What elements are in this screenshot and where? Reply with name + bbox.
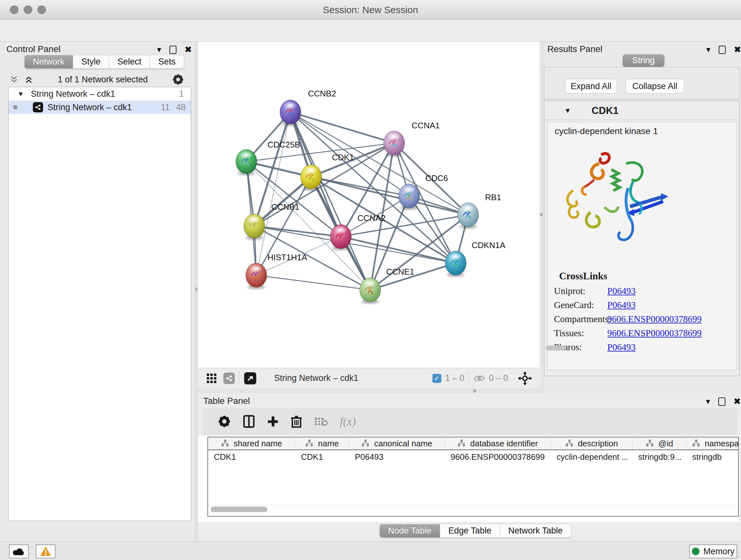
tab-network-table[interactable]: Network Table bbox=[500, 524, 571, 538]
protein-header-row[interactable]: ▼ CDK1 bbox=[544, 102, 739, 120]
network-node-ccnb2[interactable]: CCNB2 bbox=[280, 89, 336, 126]
column-tree-icon bbox=[361, 439, 369, 448]
tab-string[interactable]: String bbox=[623, 54, 664, 67]
table-options-gear-icon[interactable] bbox=[218, 415, 231, 428]
tab-edge-table[interactable]: Edge Table bbox=[440, 524, 500, 538]
network-edge[interactable] bbox=[256, 275, 370, 290]
table-toolbar: f(x) bbox=[203, 408, 738, 435]
results-hscrollbar[interactable] bbox=[546, 346, 565, 351]
network-edge[interactable] bbox=[341, 237, 456, 263]
table-cell[interactable]: stringdb bbox=[686, 452, 739, 462]
crosslink-link[interactable]: 9606.ENSP00000378699 bbox=[607, 328, 702, 338]
table-cell[interactable]: cyclin-dependent ... bbox=[551, 452, 632, 462]
table-cell[interactable]: CDK1 bbox=[208, 452, 295, 462]
network-selection-status: 1 of 1 Network selected bbox=[33, 75, 172, 84]
table-cell[interactable]: P06493 bbox=[349, 452, 445, 462]
network-canvas[interactable]: CCNB2CCNA1CDC25BCDK1CDC6RB1CCNB1CCNA2CDK… bbox=[198, 42, 539, 368]
memory-label: Memory bbox=[703, 547, 735, 557]
expand-all-networks-icon[interactable] bbox=[10, 75, 18, 84]
float-panel-icon[interactable] bbox=[718, 397, 725, 406]
float-panel-icon[interactable] bbox=[170, 46, 177, 54]
network-node-rb1[interactable]: RB1 bbox=[458, 192, 501, 229]
divider-handle[interactable] bbox=[473, 389, 476, 393]
collapse-protein-icon[interactable]: ▼ bbox=[564, 107, 571, 115]
tab-node-table[interactable]: Node Table bbox=[380, 524, 440, 538]
column-tree-icon bbox=[221, 439, 229, 448]
tab-style[interactable]: Style bbox=[73, 55, 109, 69]
network-edge[interactable] bbox=[256, 112, 290, 275]
column-header-namespace[interactable]: namespace bbox=[686, 437, 739, 449]
close-panel-icon[interactable]: ✖ bbox=[185, 45, 192, 55]
column-header-name[interactable]: name bbox=[295, 437, 349, 449]
birdseye-grid-icon[interactable] bbox=[207, 374, 216, 383]
crosslink-link[interactable]: P06493 bbox=[607, 286, 636, 296]
delete-table-icon[interactable] bbox=[314, 417, 328, 426]
selected-checkbox-icon[interactable]: ✓ bbox=[432, 374, 441, 383]
float-panel-icon[interactable] bbox=[719, 46, 726, 54]
tab-sets[interactable]: Sets bbox=[150, 55, 184, 69]
network-edge[interactable] bbox=[290, 112, 468, 215]
column-tree-icon bbox=[565, 439, 574, 448]
network-edge[interactable] bbox=[290, 112, 370, 290]
collapse-panel-icon[interactable]: ▾ bbox=[706, 396, 710, 407]
hidden-eye-slash-icon[interactable] bbox=[474, 374, 485, 382]
protein-details: cyclin-dependent kinase 1 bbox=[547, 122, 737, 370]
show-columns-icon[interactable] bbox=[243, 415, 255, 428]
tree-expand-icon[interactable]: ▼ bbox=[17, 90, 24, 98]
close-panel-icon[interactable]: ✖ bbox=[734, 396, 741, 407]
network-row-selected[interactable]: String Network – cdk1 11 48 bbox=[9, 101, 191, 114]
close-panel-icon[interactable]: ✖ bbox=[734, 45, 741, 55]
crosslink-link[interactable]: P06493 bbox=[607, 300, 636, 310]
pan-crosshair-icon[interactable] bbox=[518, 371, 532, 386]
crosslink-link[interactable]: P06493 bbox=[607, 342, 636, 353]
table-row[interactable]: CDK1CDK1P064939606.ENSP00000378699cyclin… bbox=[208, 450, 738, 463]
table-cell[interactable]: 9606.ENSP00000378699 bbox=[445, 452, 551, 462]
table-hscrollbar[interactable] bbox=[209, 505, 738, 513]
delete-column-icon[interactable] bbox=[291, 415, 302, 428]
network-node-ccna1[interactable]: CCNA1 bbox=[384, 121, 440, 157]
node-label: CCNA1 bbox=[412, 121, 440, 130]
network-nodes[interactable]: CCNB2CCNA1CDC25BCDK1CDC6RB1CCNB1CCNA2CDK… bbox=[236, 89, 506, 304]
table-cell[interactable]: CDK1 bbox=[295, 452, 349, 462]
crosslink-row: Pharos:P06493 bbox=[548, 342, 737, 356]
node-table[interactable]: shared namenamecanonical namedatabase id… bbox=[207, 437, 739, 516]
network-share-badge-icon[interactable] bbox=[223, 373, 235, 384]
control-panel-title: Control Panel bbox=[6, 44, 61, 54]
collapse-all-networks-icon[interactable] bbox=[24, 75, 33, 84]
tab-select[interactable]: Select bbox=[109, 55, 150, 69]
collapse-panel-icon[interactable]: ▾ bbox=[706, 45, 711, 55]
network-edge[interactable] bbox=[254, 226, 341, 237]
collapse-panel-icon[interactable]: ▾ bbox=[157, 45, 161, 55]
network-options-gear-icon[interactable] bbox=[172, 74, 184, 85]
network-node-cdc25b[interactable]: CDC25B bbox=[236, 140, 300, 176]
expand-all-button[interactable]: Expand All bbox=[565, 79, 617, 94]
hscrollbar-thumb[interactable] bbox=[211, 507, 267, 512]
column-header-shared-name[interactable]: shared name bbox=[208, 437, 295, 449]
network-edge[interactable] bbox=[290, 112, 394, 143]
crosslinks-list: Uniprot:P06493GeneCard:P06493Compartment… bbox=[548, 286, 737, 356]
tab-network[interactable]: Network bbox=[24, 55, 73, 69]
column-header--id[interactable]: @id bbox=[632, 437, 686, 449]
memory-button[interactable]: Memory bbox=[689, 544, 737, 558]
detach-view-icon[interactable] bbox=[244, 372, 256, 384]
column-header-canonical-name[interactable]: canonical name bbox=[349, 437, 445, 449]
add-column-icon[interactable] bbox=[267, 416, 279, 427]
collapse-all-button[interactable]: Collapse All bbox=[625, 79, 684, 94]
cloud-status-button[interactable] bbox=[9, 544, 29, 558]
network-edge-count: 48 bbox=[176, 103, 186, 112]
equation-builder-fx[interactable]: f(x) bbox=[340, 415, 356, 428]
table-cell[interactable]: stringdb:9... bbox=[632, 452, 686, 462]
panel-divider[interactable] bbox=[195, 42, 198, 542]
crosslink-row: Tissues:9606.ENSP00000378699 bbox=[548, 328, 737, 342]
column-header-label: canonical name bbox=[374, 439, 432, 449]
column-header-description[interactable]: description bbox=[551, 437, 632, 449]
warnings-button[interactable] bbox=[36, 544, 56, 558]
crosslink-link[interactable]: 9606.ENSP00000378699 bbox=[607, 314, 702, 324]
network-status-dot bbox=[13, 105, 17, 110]
control-panel-tabs: Network Style Select Sets bbox=[24, 55, 184, 69]
column-header-database-identifier[interactable]: database identifier bbox=[445, 437, 551, 449]
crosslink-row: Uniprot:P06493 bbox=[548, 286, 737, 300]
network-collection-row[interactable]: ▼ String Network – cdk1 1 bbox=[9, 87, 191, 101]
network-node-cdkn1a[interactable]: CDKN1A bbox=[445, 240, 506, 277]
results-button-box: Expand All Collapse All bbox=[544, 67, 739, 99]
